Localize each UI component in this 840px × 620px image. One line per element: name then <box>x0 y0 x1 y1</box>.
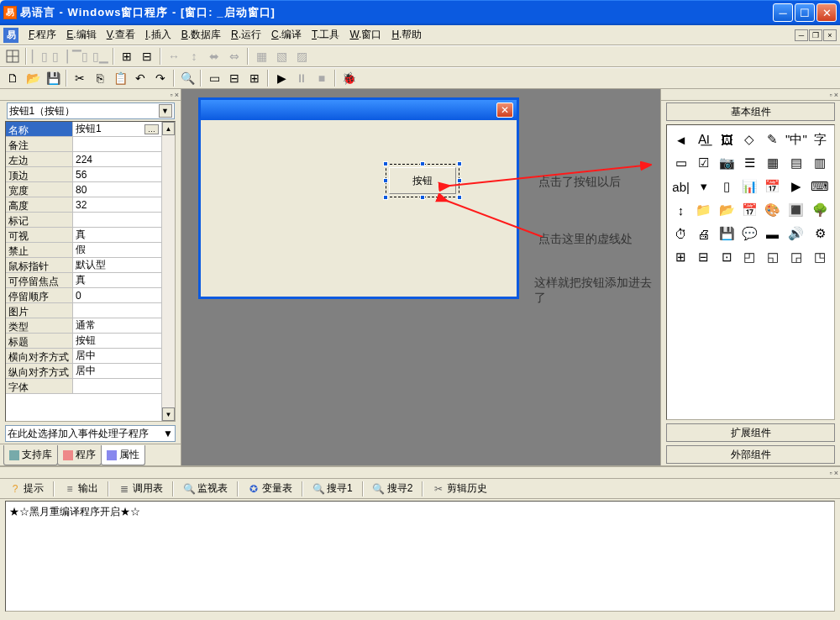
basic-components-button[interactable]: 基本组件 <box>666 102 835 121</box>
shape-icon[interactable]: ◇ <box>739 129 760 150</box>
rowset-icon[interactable]: ▥ <box>810 152 831 174</box>
progress-icon[interactable]: ▬ <box>762 223 783 244</box>
property-row[interactable]: 停留顺序0 <box>6 288 161 303</box>
panel-undock-icon[interactable]: ▫ <box>171 91 173 99</box>
output-tab-3[interactable]: 🔍监视表 <box>177 478 234 499</box>
output-tab-0[interactable]: ?提示 <box>3 478 50 499</box>
tree-icon[interactable]: 🌳 <box>810 199 831 221</box>
pointer-icon[interactable]: ◄ <box>670 129 691 150</box>
button-face[interactable]: 按钮 <box>389 167 456 194</box>
dropdown-icon[interactable]: ▼ <box>163 428 173 439</box>
odbc3-icon[interactable]: ⊡ <box>716 246 737 268</box>
output-tab-1[interactable]: ≡输出 <box>58 478 104 499</box>
keyboard-icon[interactable]: ⌨ <box>810 176 831 197</box>
property-row[interactable]: 纵向对齐方式居中 <box>6 364 161 379</box>
center-h-icon[interactable]: ⊞ <box>118 47 136 66</box>
resize-handle[interactable] <box>420 195 425 200</box>
window1-icon[interactable]: ▭ <box>205 69 223 87</box>
design-form-body[interactable]: 按钮 <box>201 120 517 297</box>
page-icon[interactable]: ▯ <box>716 176 737 197</box>
component-selector[interactable]: 按钮1（按钮） ▼ <box>7 102 175 119</box>
debug-icon[interactable]: 🐞 <box>339 69 358 87</box>
menu-item-f[interactable]: F.程序 <box>24 25 61 45</box>
panel-close-icon[interactable]: × <box>175 91 179 99</box>
output-tab-4[interactable]: ✪变量表 <box>242 478 298 499</box>
resize-handle[interactable] <box>457 195 462 200</box>
property-value[interactable]: 真 <box>73 228 161 242</box>
menu-item-c[interactable]: C.编译 <box>266 25 307 45</box>
output-tab-7[interactable]: ✂剪辑历史 <box>427 478 493 499</box>
property-value[interactable]: 居中 <box>73 349 161 363</box>
odbc-a-icon[interactable]: ◲ <box>785 246 808 268</box>
odbc-b-icon[interactable]: ◳ <box>810 246 831 268</box>
dialog-icon[interactable]: 💬 <box>739 223 760 244</box>
video-icon[interactable]: ▶ <box>785 176 808 197</box>
output-tab-2[interactable]: ≣调用表 <box>113 478 169 499</box>
menu-item-v[interactable]: V.查看 <box>102 25 140 45</box>
db2-icon[interactable]: ◱ <box>762 246 783 268</box>
db1-icon[interactable]: ◰ <box>739 246 760 268</box>
chinese-input-icon[interactable]: "中" <box>785 129 808 150</box>
datebox-icon[interactable]: 📅 <box>739 199 760 221</box>
print-icon[interactable]: 🖨 <box>693 223 714 244</box>
property-value[interactable] <box>73 379 161 393</box>
odbc2-icon[interactable]: ⊟ <box>693 246 714 268</box>
window2-icon[interactable]: ⊟ <box>225 69 244 87</box>
property-row[interactable]: 类型通常 <box>6 318 161 334</box>
menu-item-i[interactable]: I.插入 <box>140 25 176 45</box>
left-tab-0[interactable]: 支持库 <box>3 445 58 465</box>
text-label-icon[interactable]: A͟I <box>693 129 714 150</box>
mdi-close-button[interactable]: × <box>823 29 837 41</box>
property-row[interactable]: 标题按钮 <box>6 334 161 349</box>
menu-item-r[interactable]: R.运行 <box>226 25 266 45</box>
property-row[interactable]: 高度32 <box>6 197 161 213</box>
chart-icon[interactable]: 📊 <box>739 176 760 197</box>
property-value[interactable]: 默认型 <box>73 258 161 272</box>
filebox-icon[interactable]: 📁 <box>693 199 714 221</box>
property-row[interactable]: 禁止假 <box>6 243 161 258</box>
form-designer-canvas[interactable]: ✕ 按钮 <box>181 89 660 465</box>
event-selector[interactable]: 在此处选择加入事件处理子程序 ▼ <box>5 425 176 442</box>
menu-item-e[interactable]: E.编辑 <box>61 25 101 45</box>
paste-icon[interactable]: 📋 <box>111 69 129 87</box>
minimize-button[interactable]: ─ <box>773 3 793 22</box>
grid-icon[interactable] <box>3 47 22 66</box>
property-value[interactable] <box>73 137 161 151</box>
property-row[interactable]: 备注 <box>6 137 161 152</box>
iconbox-icon[interactable]: 🔳 <box>785 199 808 221</box>
close-button[interactable]: ✕ <box>816 3 837 22</box>
property-row[interactable]: 图片 <box>6 303 161 318</box>
menu-item-h[interactable]: H.帮助 <box>386 25 427 45</box>
maximize-button[interactable]: ☐ <box>795 3 815 22</box>
find-icon[interactable]: 🔍 <box>178 69 197 87</box>
colorbox-icon[interactable]: 🎨 <box>762 199 783 221</box>
speaker-icon[interactable]: 🔊 <box>785 223 808 244</box>
property-value[interactable]: 224 <box>73 152 161 166</box>
resize-handle[interactable] <box>457 178 462 183</box>
property-row[interactable]: 标记 <box>6 213 161 228</box>
dirbox-icon[interactable]: 📂 <box>716 199 737 221</box>
edit-icon[interactable]: ab| <box>670 176 691 197</box>
panel-close-icon[interactable]: × <box>834 91 838 99</box>
menu-item-t[interactable]: T.工具 <box>307 25 344 45</box>
property-value[interactable]: 32 <box>73 197 161 212</box>
property-row[interactable]: 横向对齐方式居中 <box>6 349 161 364</box>
property-value[interactable] <box>73 303 161 318</box>
combo-icon[interactable]: ▾ <box>693 176 714 197</box>
property-row[interactable]: 鼠标指针默认型 <box>6 258 161 273</box>
output-text-area[interactable]: ★☆黑月重编译程序开启★☆ <box>5 501 835 612</box>
gear-icon[interactable]: ⚙ <box>810 223 831 244</box>
scroll-up-icon[interactable]: ▲ <box>162 122 175 135</box>
dropdown-icon[interactable]: ▼ <box>159 104 172 118</box>
table-icon[interactable]: ▤ <box>785 152 808 174</box>
resize-handle[interactable] <box>383 161 388 166</box>
design-form-window[interactable]: ✕ 按钮 <box>198 97 519 299</box>
resize-handle[interactable] <box>383 195 388 200</box>
property-value[interactable]: 按钮 <box>73 334 161 348</box>
property-value[interactable]: 通常 <box>73 318 161 333</box>
new-file-icon[interactable]: 🗋 <box>3 69 22 87</box>
picture-icon[interactable]: 🖼 <box>716 129 737 150</box>
button-icon[interactable]: ▭ <box>670 152 691 174</box>
char-icon[interactable]: 字 <box>810 129 831 150</box>
run-icon[interactable]: ▶ <box>272 69 291 87</box>
